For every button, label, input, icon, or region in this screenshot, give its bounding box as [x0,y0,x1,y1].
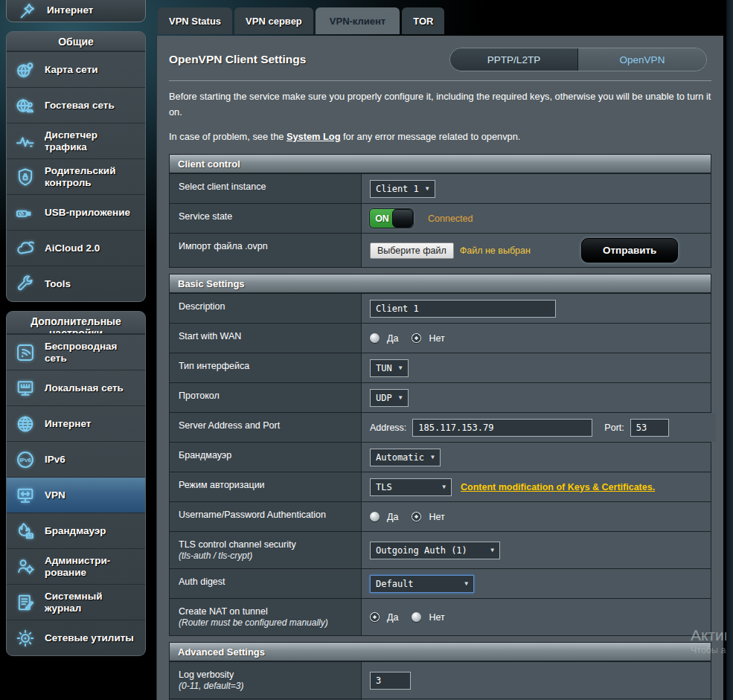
sidebar-quick-internet-button[interactable]: Интернет [6,0,146,22]
sidebar-item-lan[interactable]: Локальная сеть [7,370,145,405]
sidebar-item-vpn[interactable]: VPN [7,477,145,513]
firewall-icon [14,520,36,542]
tab-tor[interactable]: TOR [402,7,444,34]
title-divider [169,80,711,81]
intro-text-pre: In case of problem, see the [169,131,287,142]
sidebar: Интернет Общие Карта сети Гостевая сеть … [6,0,146,656]
tls-channel-select[interactable]: Outgoing Auth (1) ▼ [370,542,500,559]
server-address-input[interactable] [412,419,592,437]
page-title: OpenVPN Client Settings [169,53,306,66]
lan-icon [14,377,36,399]
chevron-down-icon: ▼ [442,484,446,490]
select-value: Client 1 [376,184,419,194]
firewall-select[interactable]: Automatic ▼ [370,449,441,466]
choose-file-button[interactable]: Выберите файл [370,243,454,259]
row-service-state: Service state ON Connected [170,203,711,233]
toggle-knob [392,209,413,228]
tab-vpn-server[interactable]: VPN сервер [234,7,313,34]
sidebar-item-label: USB-приложение [45,207,130,219]
sidebar-item-network-tools[interactable]: Сетевые утилиты [7,620,145,655]
sidebar-item-aicloud[interactable]: AiCloud 2.0 [7,230,145,266]
protocol-select[interactable]: UDP ▼ [370,389,409,407]
row-label-sub: (0-11, default=3) [179,681,352,692]
tab-vpn-client[interactable]: VPN-клиент [316,7,400,34]
pptp-l2tp-button[interactable]: PPTP/L2TP [450,48,578,71]
sidebar-item-administration[interactable]: Администри-рование [7,548,145,584]
tab-vpn-status[interactable]: VPN Status [158,7,232,34]
row-label-sub: (tls-auth / tls-crypt) [179,550,352,562]
row-label: Select client instance [170,174,362,203]
vertical-scrollbar[interactable] [726,0,733,700]
upload-button[interactable]: Отправить [581,238,679,263]
row-firewall: Брандмауэр Automatic ▼ [170,442,711,472]
sidebar-item-label: Системный журнал [45,591,139,614]
row-label-main: TLS control channel security [179,539,352,550]
sidebar-item-label: VPN [45,489,65,501]
syslog-icon [14,591,36,614]
radio-yes[interactable] [370,333,380,343]
sidebar-item-label: Карта сети [45,64,98,76]
sidebar-item-system-log[interactable]: Системный журнал [7,584,145,620]
log-verbosity-input[interactable] [370,672,411,690]
row-interface-type: Тип интерфейса TUN ▼ [170,353,711,382]
radio-no[interactable] [412,612,421,622]
parental-control-icon [14,166,36,188]
select-value: TUN [376,363,392,373]
radio-yes[interactable] [370,512,380,521]
keys-certificates-link[interactable]: Content modification of Keys & Certifica… [461,482,655,492]
sidebar-item-label: IPv6 [45,454,65,466]
toggle-on-label: ON [370,209,394,228]
select-value: Default [376,579,414,589]
sidebar-item-guest-network[interactable]: Гостевая сеть [7,87,145,123]
intro-text-2: In case of problem, see the System Log f… [169,131,711,142]
sidebar-item-label: AiCloud 2.0 [45,243,100,254]
sidebar-item-parental-control[interactable]: Родительский контроль [7,158,145,194]
net-utils-icon [14,627,36,649]
sidebar-item-label: Брандмауэр [45,525,106,537]
rocket-icon [17,0,39,22]
sidebar-item-network-map[interactable]: Карта сети [7,51,145,87]
row-userpass-auth: Username/Password Authentication Да Нет [170,501,711,531]
row-label: Service state [170,204,362,233]
interface-type-select[interactable]: TUN ▼ [370,359,409,377]
radio-no[interactable] [412,512,421,521]
chevron-down-icon: ▼ [399,394,403,401]
auth-digest-select[interactable]: Default ▼ [370,575,474,593]
row-server-address-port: Server Address and Port Address: Port: [170,412,711,442]
usb-icon [14,202,36,224]
radio-yes[interactable] [370,612,380,622]
sidebar-item-wan-internet[interactable]: Интернет [7,405,145,441]
auth-mode-select[interactable]: TLS ▼ [370,478,452,496]
connection-status: Connected [428,213,473,224]
row-import-ovpn: Импорт файла .ovpn Выберите файл Файл не… [170,233,711,267]
description-input[interactable] [370,300,556,318]
sidebar-item-usb-application[interactable]: USB-приложение [7,194,145,230]
row-label-main: Log verbosity [179,670,352,681]
sidebar-item-ipv6[interactable]: IPv6 IPv6 [7,441,145,477]
row-label: Брандмауэр [170,443,362,472]
sidebar-item-firewall[interactable]: Брандмауэр [7,513,145,548]
sidebar-item-wireless[interactable]: Беспроводная сеть [7,334,145,370]
admin-icon [14,556,36,578]
radio-no[interactable] [412,333,421,343]
row-auth-mode: Режим авторизации TLS ▼ Content modifica… [170,472,711,501]
radio-label: Да [387,612,398,623]
openvpn-button[interactable]: OpenVPN [578,48,706,71]
select-value: UDP [376,393,392,403]
select-value: TLS [376,482,392,492]
sidebar-section-advanced: Дополнительные настройки Беспроводная се… [6,311,146,656]
sidebar-item-tools[interactable]: Tools [7,266,145,301]
radio-label: Нет [429,333,444,344]
radio-label: Да [387,512,398,522]
tab-bar: VPN Status VPN сервер VPN-клиент TOR [158,7,444,34]
system-log-link[interactable]: System Log [287,131,341,142]
server-port-input[interactable] [630,419,669,437]
sidebar-item-traffic-manager[interactable]: Диспетчер трафика [7,123,145,158]
service-state-toggle[interactable]: ON [370,209,413,228]
row-label: Log verbosity (0-11, default=3) [170,662,362,699]
traffic-manager-icon [14,130,36,152]
select-value: Automatic [376,452,424,463]
client-instance-select[interactable]: Client 1 ▼ [370,180,435,198]
cloud-icon [14,237,36,260]
section-header-advanced-settings: Advanced Settings [170,643,711,661]
